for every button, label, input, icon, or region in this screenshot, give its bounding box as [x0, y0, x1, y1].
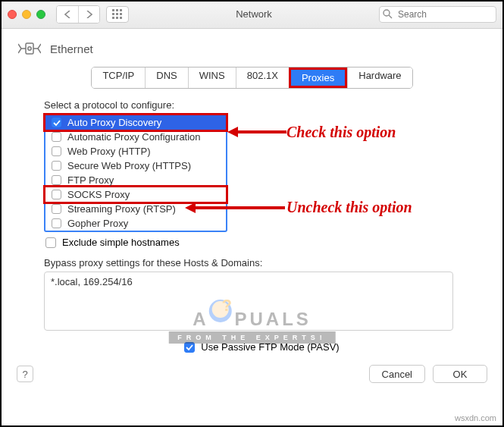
search-input[interactable] [379, 6, 496, 23]
annotation-highlight-proxies-tab: Proxies [289, 68, 347, 88]
ok-button[interactable]: OK [433, 365, 487, 383]
traffic-lights[interactable] [8, 10, 45, 19]
checkbox-icon[interactable] [52, 146, 61, 156]
svg-point-12 [28, 47, 31, 50]
checkbox-icon[interactable] [52, 218, 61, 228]
connection-name: Ethernet [50, 42, 93, 55]
close-window-icon[interactable] [8, 10, 17, 19]
proto-label: FTP Proxy [67, 174, 114, 186]
proto-http[interactable]: Web Proxy (HTTP) [45, 144, 226, 159]
window-titlebar: Network [0, 0, 504, 29]
checkbox-icon[interactable] [52, 161, 61, 171]
svg-point-9 [383, 10, 390, 16]
checkbox-icon[interactable] [52, 175, 61, 185]
back-button[interactable] [57, 6, 78, 23]
svg-rect-0 [112, 9, 114, 11]
proto-label: Web Proxy (HTTP) [67, 146, 151, 157]
bypass-textarea[interactable]: *.local, 169.254/16 [44, 272, 453, 331]
pasv-checkbox[interactable] [184, 342, 195, 353]
pane-header: Ethernet [0, 29, 504, 67]
proto-rtsp[interactable]: Streaming Proxy (RTSP) [45, 202, 226, 216]
protocol-section-label: Select a protocol to configure: [44, 99, 480, 111]
tab-hardware[interactable]: Hardware [347, 68, 412, 88]
proto-label: Automatic Proxy Configuration [67, 131, 201, 143]
proto-auto-discovery[interactable]: Auto Proxy Discovery [45, 115, 226, 130]
exclude-label: Exclude simple hostnames [62, 237, 180, 248]
checkbox-icon[interactable] [52, 204, 61, 214]
protocol-list[interactable]: Auto Proxy Discovery Automatic Proxy Con… [44, 114, 227, 232]
help-button[interactable]: ? [17, 366, 33, 382]
cancel-button[interactable]: Cancel [369, 365, 425, 383]
proto-label: Secure Web Proxy (HTTPS) [67, 160, 191, 171]
proto-label: Auto Proxy Discovery [67, 117, 161, 128]
proto-label: Streaming Proxy (RTSP) [67, 203, 176, 215]
proto-label: SOCKS Proxy [67, 189, 130, 200]
svg-rect-3 [112, 13, 114, 15]
bypass-label: Bypass proxy settings for these Hosts & … [44, 257, 480, 268]
nav-back-forward[interactable] [56, 5, 100, 24]
checkbox-icon[interactable] [52, 190, 61, 199]
svg-rect-8 [120, 17, 122, 19]
source-credit: wsxdn.com [455, 413, 496, 422]
proto-https[interactable]: Secure Web Proxy (HTTPS) [45, 159, 226, 173]
svg-rect-11 [26, 43, 33, 54]
window-title: Network [135, 8, 373, 20]
svg-rect-6 [112, 17, 114, 19]
proto-gopher[interactable]: Gopher Proxy [45, 216, 226, 231]
svg-rect-5 [120, 13, 122, 15]
tab-wins[interactable]: WINS [188, 68, 236, 88]
ethernet-icon [18, 39, 41, 58]
pasv-label: Use Passive FTP Mode (PASV) [201, 341, 339, 353]
maximize-window-icon[interactable] [36, 10, 45, 19]
tab-8021x[interactable]: 802.1X [236, 68, 289, 88]
exclude-checkbox[interactable] [45, 237, 56, 248]
minimize-window-icon[interactable] [22, 10, 31, 19]
checkbox-icon[interactable] [52, 118, 61, 127]
proto-auto-config[interactable]: Automatic Proxy Configuration [45, 130, 226, 144]
tab-proxies[interactable]: Proxies [291, 70, 345, 86]
svg-rect-1 [116, 9, 118, 11]
tab-tcpip[interactable]: TCP/IP [92, 68, 145, 88]
checkbox-icon[interactable] [52, 132, 61, 142]
search-icon [383, 9, 393, 21]
proto-socks[interactable]: SOCKS Proxy [45, 187, 226, 202]
svg-line-10 [389, 15, 392, 18]
svg-rect-7 [116, 17, 118, 19]
show-all-button[interactable] [106, 6, 129, 23]
tab-dns[interactable]: DNS [145, 68, 187, 88]
svg-rect-4 [116, 13, 118, 15]
proto-label: Gopher Proxy [67, 218, 128, 229]
tab-bar: TCP/IP DNS WINS 802.1X Proxies Hardware [91, 67, 412, 89]
svg-rect-2 [120, 9, 122, 11]
forward-button[interactable] [78, 6, 99, 23]
